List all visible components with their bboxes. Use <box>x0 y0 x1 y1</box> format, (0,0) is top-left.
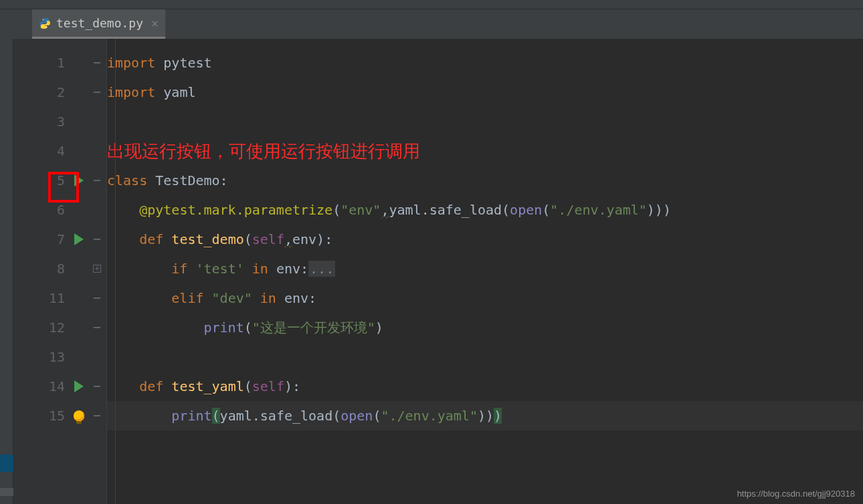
python-file-icon <box>39 17 51 29</box>
fold-end-icon <box>93 412 101 420</box>
watermark-text: https://blog.csdn.net/gjj920318 <box>737 489 855 499</box>
fold-end-icon <box>93 324 101 332</box>
tab-filename: test_demo.py <box>56 16 143 30</box>
line-number: 11 <box>42 290 65 306</box>
gutter: 1 2 3 4 5 6 7 8 11 12 13 14 15 <box>13 39 107 504</box>
intention-bulb-icon[interactable] <box>74 410 84 421</box>
top-toolbar <box>0 0 863 9</box>
left-tool-stripe <box>0 39 13 504</box>
svg-point-1 <box>46 26 47 27</box>
code-line: if 'test' in env:... <box>107 261 335 277</box>
line-number: 14 <box>42 378 65 394</box>
code-line: print(yaml.safe_load(open("./env.yaml"))… <box>107 408 502 424</box>
code-line: @pytest.mark.parametrize("env",yaml.safe… <box>107 202 671 218</box>
line-number: 8 <box>42 261 65 277</box>
annotation-text: 出现运行按钮，可使用运行按钮进行调用 <box>107 140 420 163</box>
file-tab-test-demo[interactable]: test_demo.py × <box>32 9 165 39</box>
fold-toggle-icon[interactable] <box>93 176 101 184</box>
line-number: 1 <box>42 55 65 71</box>
code-line <box>107 349 115 365</box>
tab-bar: test_demo.py × <box>0 9 863 39</box>
code-line: class TestDemo: <box>107 172 228 188</box>
code-line: def test_demo(self,env): <box>107 231 332 247</box>
svg-point-0 <box>42 19 43 19</box>
fold-expand-icon[interactable] <box>93 265 101 273</box>
tab-bar-fill <box>165 9 863 39</box>
tool-window-marker-2[interactable] <box>0 488 13 496</box>
line-number: 3 <box>42 114 65 130</box>
code-area[interactable]: import pytest import yaml 出现运行按钮，可使用运行按钮… <box>107 39 863 504</box>
code-line: import pytest <box>107 55 212 71</box>
close-tab-icon[interactable]: × <box>149 16 159 30</box>
editor: 1 2 3 4 5 6 7 8 11 12 13 14 15 import py… <box>0 39 863 504</box>
fold-end-icon <box>93 294 101 302</box>
code-line: print("这是一个开发环境") <box>107 319 383 337</box>
folded-code-indicator[interactable]: ... <box>308 261 335 277</box>
line-number: 2 <box>42 84 65 100</box>
line-number: 13 <box>42 349 65 365</box>
line-number: 7 <box>42 231 65 247</box>
code-line: import yaml <box>107 84 195 100</box>
code-line: elif "dev" in env: <box>107 290 316 306</box>
line-number: 6 <box>42 202 65 218</box>
code-line: def test_yaml(self): <box>107 378 300 394</box>
fold-toggle-icon[interactable] <box>93 382 101 390</box>
run-test-icon[interactable] <box>74 233 84 245</box>
code-line <box>107 114 115 130</box>
annotation-highlight-box <box>48 172 79 203</box>
tool-window-marker[interactable] <box>0 455 13 472</box>
fold-toggle-icon[interactable] <box>93 59 101 67</box>
line-number: 12 <box>42 320 65 336</box>
fold-toggle-icon[interactable] <box>93 235 101 243</box>
fold-end-icon <box>93 88 101 96</box>
line-number: 4 <box>42 143 65 159</box>
run-test-icon[interactable] <box>74 380 84 392</box>
line-number: 15 <box>42 408 65 424</box>
